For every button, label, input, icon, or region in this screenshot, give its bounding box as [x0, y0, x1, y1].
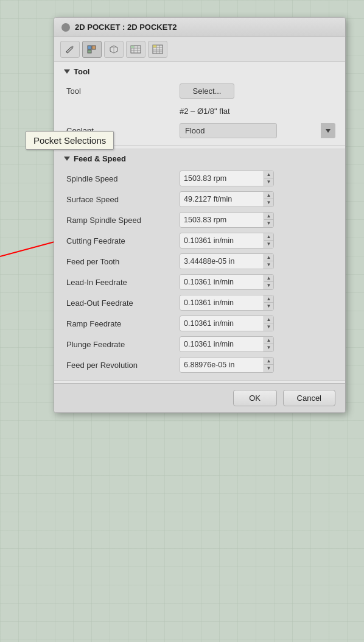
dialog-toolbar	[54, 37, 345, 62]
surface-speed-up[interactable]: ▲	[264, 192, 273, 199]
feed-speed-header: Feed & Speed	[64, 154, 335, 163]
plunge-feedrate-label: Plunge Feedrate	[64, 340, 180, 349]
surface-speed-row: Surface Speed ▲ ▼	[64, 189, 335, 210]
spindle-speed-label: Spindle Speed	[64, 174, 180, 183]
plunge-feedrate-up[interactable]: ▲	[264, 337, 273, 344]
toolbar-table-btn[interactable]	[126, 41, 145, 58]
tool-collapse-icon[interactable]	[64, 69, 70, 74]
dialog-title: 2D POCKET : 2D POCKET2	[75, 23, 177, 32]
lead-in-feedrate-up[interactable]: ▲	[264, 275, 273, 282]
ramp-feedrate-input[interactable]	[180, 317, 264, 330]
feed-per-revolution-row: Feed per Revolution ▲ ▼	[64, 355, 335, 375]
ramp-spindle-speed-row: Ramp Spindle Speed ▲ ▼	[64, 210, 335, 230]
feed-per-revolution-spinner: ▲ ▼	[264, 358, 273, 372]
lead-in-feedrate-row: Lead-In Feedrate ▲ ▼	[64, 272, 335, 292]
feed-per-tooth-input-wrap: ▲ ▼	[180, 253, 274, 269]
tool-field-row: Tool Select...	[64, 81, 335, 101]
dialog-footer: OK Cancel	[54, 383, 345, 412]
surface-speed-label: Surface Speed	[64, 195, 180, 204]
tool-info-row: #2 – Ø1/8" flat	[64, 101, 335, 121]
toolbar-layers-btn[interactable]	[82, 41, 102, 58]
feed-per-tooth-row: Feed per Tooth ▲ ▼	[64, 251, 335, 272]
surface-speed-input[interactable]	[180, 192, 264, 206]
cutting-feedrate-input-wrap: ▲ ▼	[180, 233, 274, 249]
lead-out-feedrate-input[interactable]	[180, 296, 264, 309]
toolbar-grid-btn[interactable]	[148, 41, 167, 58]
lead-in-feedrate-input-wrap: ▲ ▼	[180, 274, 274, 290]
toolbar-pencil-btn[interactable]	[60, 41, 80, 58]
feed-per-tooth-down[interactable]: ▼	[264, 261, 273, 269]
lead-in-feedrate-down[interactable]: ▼	[264, 282, 273, 289]
ramp-feedrate-down[interactable]: ▼	[264, 323, 273, 331]
coolant-dropdown-wrap: Flood Mist None	[180, 123, 335, 138]
feed-speed-collapse-icon[interactable]	[64, 157, 70, 161]
lead-out-feedrate-spinner: ▲ ▼	[264, 295, 273, 310]
spindle-speed-input-wrap: ▲ ▼	[180, 171, 274, 186]
feed-per-revolution-input-wrap: ▲ ▼	[180, 357, 274, 373]
plunge-feedrate-input-wrap: ▲ ▼	[180, 336, 274, 352]
cancel-button[interactable]: Cancel	[283, 390, 335, 406]
feed-per-revolution-down[interactable]: ▼	[264, 365, 273, 372]
svg-rect-0	[88, 46, 91, 49]
plunge-feedrate-spinner: ▲ ▼	[264, 337, 273, 351]
plunge-feedrate-row: Plunge Feedrate ▲ ▼	[64, 334, 335, 355]
toolbar-cube-btn[interactable]	[104, 41, 124, 58]
tool-label: Tool	[64, 86, 180, 96]
lead-out-feedrate-input-wrap: ▲ ▼	[180, 295, 274, 311]
spindle-speed-spinner: ▲ ▼	[264, 171, 273, 186]
ramp-feedrate-up[interactable]: ▲	[264, 316, 273, 323]
ramp-feedrate-label: Ramp Feedrate	[64, 319, 180, 328]
ramp-spindle-speed-down[interactable]: ▼	[264, 220, 273, 227]
tool-field-value: Select...	[180, 83, 335, 99]
spindle-speed-up[interactable]: ▲	[264, 171, 273, 178]
dialog-titlebar: 2D POCKET : 2D POCKET2	[54, 18, 345, 37]
surface-speed-input-wrap: ▲ ▼	[180, 191, 274, 207]
lead-out-feedrate-row: Lead-Out Feedrate ▲ ▼	[64, 292, 335, 313]
ramp-feedrate-spinner: ▲ ▼	[264, 316, 273, 331]
ramp-spindle-speed-spinner: ▲ ▼	[264, 213, 273, 227]
ramp-spindle-speed-label: Ramp Spindle Speed	[64, 216, 180, 225]
title-circle-icon[interactable]	[61, 23, 70, 32]
pocket-selections-tooltip: Pocket Selections	[26, 131, 114, 150]
plunge-feedrate-down[interactable]: ▼	[264, 344, 273, 351]
cutting-feedrate-row: Cutting Feedrate ▲ ▼	[64, 230, 335, 251]
feed-per-tooth-input[interactable]	[180, 255, 264, 268]
ramp-spindle-speed-input[interactable]	[180, 213, 264, 227]
spindle-speed-input[interactable]	[180, 172, 264, 185]
tool-section-header: Tool	[64, 67, 335, 76]
cutting-feedrate-up[interactable]: ▲	[264, 233, 273, 241]
cutting-feedrate-spinner: ▲ ▼	[264, 233, 273, 248]
ok-button[interactable]: OK	[233, 390, 277, 406]
svg-rect-2	[88, 50, 91, 53]
lead-in-feedrate-input[interactable]	[180, 275, 264, 289]
ramp-spindle-speed-input-wrap: ▲ ▼	[180, 212, 274, 228]
lead-out-feedrate-label: Lead-Out Feedrate	[64, 298, 180, 308]
feed-per-tooth-up[interactable]: ▲	[264, 254, 273, 261]
tool-select-button[interactable]: Select...	[180, 83, 234, 99]
lead-out-feedrate-down[interactable]: ▼	[264, 303, 273, 310]
spindle-speed-down[interactable]: ▼	[264, 178, 273, 186]
feed-per-revolution-label: Feed per Revolution	[64, 361, 180, 370]
svg-rect-11	[131, 46, 134, 48]
tool-section-title: Tool	[74, 67, 89, 76]
coolant-dropdown-arrow-icon	[321, 123, 335, 138]
lead-out-feedrate-up[interactable]: ▲	[264, 295, 273, 303]
feed-per-revolution-input[interactable]	[180, 358, 264, 372]
cutting-feedrate-down[interactable]: ▼	[264, 241, 273, 248]
spindle-speed-row: Spindle Speed ▲ ▼	[64, 168, 335, 189]
svg-rect-18	[153, 45, 156, 48]
ramp-feedrate-row: Ramp Feedrate ▲ ▼	[64, 313, 335, 334]
coolant-select[interactable]: Flood Mist None	[180, 123, 277, 138]
svg-rect-1	[92, 46, 96, 49]
ramp-spindle-speed-up[interactable]: ▲	[264, 213, 273, 220]
feed-speed-section: Feed & Speed Spindle Speed ▲ ▼ Surface S…	[54, 149, 345, 381]
cutting-feedrate-input[interactable]	[180, 234, 264, 247]
surface-speed-down[interactable]: ▼	[264, 199, 273, 206]
plunge-feedrate-input[interactable]	[180, 337, 264, 351]
feed-speed-title: Feed & Speed	[74, 154, 126, 163]
surface-speed-spinner: ▲ ▼	[264, 192, 273, 206]
svg-marker-19	[326, 129, 331, 133]
lead-in-feedrate-spinner: ▲ ▼	[264, 275, 273, 289]
main-dialog: 2D POCKET : 2D POCKET2	[54, 17, 346, 413]
feed-per-revolution-up[interactable]: ▲	[264, 358, 273, 365]
